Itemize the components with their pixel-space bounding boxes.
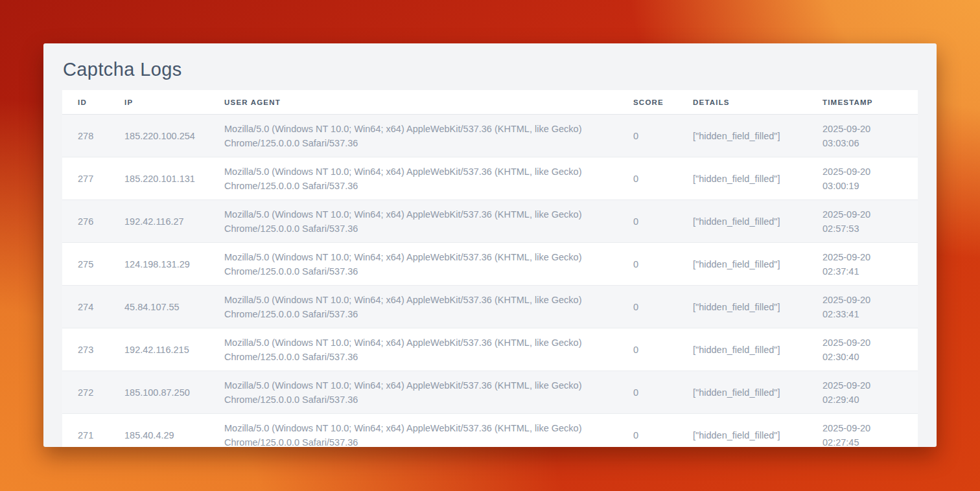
logs-table: ID IP USER AGENT SCORE DETAILS TIMESTAMP…: [62, 90, 918, 447]
table-row: 273 192.42.116.215 Mozilla/5.0 (Windows …: [62, 328, 918, 371]
cell-score: 0: [618, 286, 677, 328]
cell-user-agent: Mozilla/5.0 (Windows NT 10.0; Win64; x64…: [209, 157, 618, 200]
table-header-row: ID IP USER AGENT SCORE DETAILS TIMESTAMP: [62, 90, 918, 115]
cell-details: ["hidden_field_filled"]: [677, 328, 807, 371]
table-row: 272 185.100.87.250 Mozilla/5.0 (Windows …: [62, 371, 918, 414]
cell-ip: 45.84.107.55: [109, 286, 209, 328]
cell-timestamp: 2025-09-20 02:33:41: [807, 286, 918, 328]
cell-timestamp: 2025-09-20 03:00:19: [807, 157, 918, 200]
cell-id: 278: [62, 115, 109, 157]
table-row: 274 45.84.107.55 Mozilla/5.0 (Windows NT…: [62, 286, 918, 328]
cell-ip: 192.42.116.27: [109, 200, 209, 243]
table-row: 275 124.198.131.29 Mozilla/5.0 (Windows …: [62, 243, 918, 286]
cell-timestamp: 2025-09-20 02:27:45: [807, 414, 918, 448]
cell-id: 271: [62, 414, 109, 448]
cell-user-agent: Mozilla/5.0 (Windows NT 10.0; Win64; x64…: [209, 414, 618, 448]
cell-score: 0: [618, 200, 677, 243]
cell-score: 0: [618, 414, 677, 448]
cell-timestamp: 2025-09-20 02:29:40: [807, 371, 918, 414]
column-header-ip: IP: [109, 90, 209, 115]
cell-details: ["hidden_field_filled"]: [677, 414, 807, 448]
cell-details: ["hidden_field_filled"]: [677, 157, 807, 200]
cell-ip: 185.40.4.29: [109, 414, 209, 448]
table-row: 277 185.220.101.131 Mozilla/5.0 (Windows…: [62, 157, 918, 200]
cell-ip: 185.220.101.131: [109, 157, 209, 200]
column-header-score: SCORE: [618, 90, 677, 115]
cell-user-agent: Mozilla/5.0 (Windows NT 10.0; Win64; x64…: [209, 286, 618, 328]
cell-details: ["hidden_field_filled"]: [677, 115, 807, 157]
cell-ip: 185.100.87.250: [109, 371, 209, 414]
cell-ip: 185.220.100.254: [109, 115, 209, 157]
page-background: Captcha Logs ID IP USER AGENT SCORE: [0, 0, 980, 491]
cell-user-agent: Mozilla/5.0 (Windows NT 10.0; Win64; x64…: [209, 115, 618, 157]
cell-details: ["hidden_field_filled"]: [677, 371, 807, 414]
cell-user-agent: Mozilla/5.0 (Windows NT 10.0; Win64; x64…: [209, 328, 618, 371]
table-row: 276 192.42.116.27 Mozilla/5.0 (Windows N…: [62, 200, 918, 243]
cell-id: 277: [62, 157, 109, 200]
cell-score: 0: [618, 328, 677, 371]
cell-score: 0: [618, 115, 677, 157]
column-header-id: ID: [62, 90, 109, 115]
cell-id: 275: [62, 243, 109, 286]
cell-id: 272: [62, 371, 109, 414]
cell-timestamp: 2025-09-20 03:03:06: [807, 115, 918, 157]
column-header-timestamp: TIMESTAMP: [807, 90, 918, 115]
cell-ip: 192.42.116.215: [109, 328, 209, 371]
cell-timestamp: 2025-09-20 02:37:41: [807, 243, 918, 286]
column-header-details: DETAILS: [677, 90, 807, 115]
cell-score: 0: [618, 371, 677, 414]
cell-id: 276: [62, 200, 109, 243]
cell-ip: 124.198.131.29: [109, 243, 209, 286]
cell-id: 273: [62, 328, 109, 371]
cell-score: 0: [618, 243, 677, 286]
cell-id: 274: [62, 286, 109, 328]
cell-timestamp: 2025-09-20 02:30:40: [807, 328, 918, 371]
table-row: 271 185.40.4.29 Mozilla/5.0 (Windows NT …: [62, 414, 918, 448]
cell-details: ["hidden_field_filled"]: [677, 286, 807, 328]
cell-timestamp: 2025-09-20 02:57:53: [807, 200, 918, 243]
cell-score: 0: [618, 157, 677, 200]
captcha-logs-card: Captcha Logs ID IP USER AGENT SCORE: [43, 43, 937, 447]
column-header-user-agent: USER AGENT: [209, 90, 618, 115]
cell-user-agent: Mozilla/5.0 (Windows NT 10.0; Win64; x64…: [209, 243, 618, 286]
cell-user-agent: Mozilla/5.0 (Windows NT 10.0; Win64; x64…: [209, 200, 618, 243]
cell-details: ["hidden_field_filled"]: [677, 200, 807, 243]
table-body: 278 185.220.100.254 Mozilla/5.0 (Windows…: [62, 115, 918, 448]
table-row: 278 185.220.100.254 Mozilla/5.0 (Windows…: [62, 115, 918, 157]
page-title: Captcha Logs: [63, 59, 917, 80]
logs-table-container: ID IP USER AGENT SCORE DETAILS TIMESTAMP…: [62, 90, 918, 447]
cell-details: ["hidden_field_filled"]: [677, 243, 807, 286]
cell-user-agent: Mozilla/5.0 (Windows NT 10.0; Win64; x64…: [209, 371, 618, 414]
